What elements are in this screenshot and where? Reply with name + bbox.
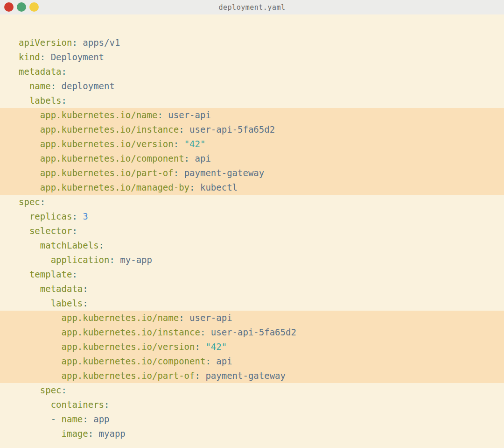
- code-line: app.kubernetes.io/component: api: [0, 151, 504, 166]
- minimize-button[interactable]: [17, 2, 26, 12]
- code-line: app.kubernetes.io/instance: user-api-5fa…: [0, 122, 504, 137]
- code-line: apiVersion: apps/v1: [0, 36, 504, 50]
- code-content: apiVersion: apps/v1kind: Deploymentmetad…: [0, 36, 504, 441]
- code-editor[interactable]: apiVersion: apps/v1kind: Deploymentmetad…: [0, 14, 504, 448]
- code-line: kind: Deployment: [0, 50, 504, 64]
- code-line: app.kubernetes.io/version: "42": [0, 137, 504, 151]
- code-line: containers:: [0, 398, 504, 412]
- code-line: image: myapp: [0, 427, 504, 441]
- code-line: metadata:: [0, 282, 504, 296]
- close-button[interactable]: [4, 2, 14, 12]
- code-line: labels:: [0, 93, 504, 108]
- code-line: labels:: [0, 296, 504, 311]
- code-line: replicas: 3: [0, 209, 504, 224]
- code-line: app.kubernetes.io/part-of: payment-gatew…: [0, 166, 504, 180]
- code-line: selector:: [0, 224, 504, 238]
- code-line: app.kubernetes.io/managed-by: kubectl: [0, 180, 504, 195]
- code-line: spec:: [0, 195, 504, 209]
- code-line: name: deployment: [0, 79, 504, 93]
- editor-window: deployment.yaml apiVersion: apps/v1kind:…: [0, 0, 504, 448]
- code-line: template:: [0, 267, 504, 282]
- code-line: app.kubernetes.io/name: user-api: [0, 311, 504, 325]
- code-line: matchLabels:: [0, 238, 504, 253]
- traffic-lights: [4, 2, 39, 12]
- code-line: application: my-app: [0, 253, 504, 267]
- titlebar: deployment.yaml: [0, 0, 504, 14]
- code-line: metadata:: [0, 64, 504, 79]
- code-line: app.kubernetes.io/part-of: payment-gatew…: [0, 369, 504, 383]
- code-line: spec:: [0, 383, 504, 398]
- maximize-button[interactable]: [29, 2, 39, 12]
- code-line: app.kubernetes.io/instance: user-api-5fa…: [0, 325, 504, 340]
- code-line: app.kubernetes.io/component: api: [0, 354, 504, 369]
- code-line: app.kubernetes.io/version: "42": [0, 340, 504, 354]
- window-title: deployment.yaml: [219, 3, 286, 12]
- code-line: - name: app: [0, 412, 504, 427]
- code-line: app.kubernetes.io/name: user-api: [0, 108, 504, 122]
